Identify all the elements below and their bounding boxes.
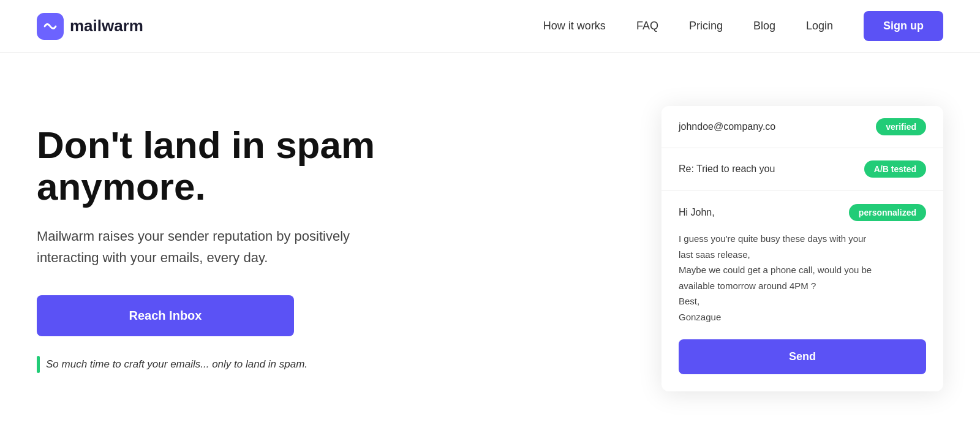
- subject-field-row: Re: Tried to reach you A/B tested: [662, 148, 943, 190]
- italic-note-text: So much time to craft your emails... onl…: [46, 358, 307, 371]
- nav-blog[interactable]: Blog: [753, 20, 775, 32]
- subject-text: Re: Tried to reach you: [679, 164, 775, 175]
- email-greeting-row: Hi John, personnalized: [679, 204, 926, 221]
- italic-note: So much time to craft your emails... onl…: [37, 356, 404, 373]
- reach-inbox-button[interactable]: Reach Inbox: [37, 295, 294, 336]
- verified-badge: verified: [876, 118, 926, 135]
- logo[interactable]: mailwarm: [37, 13, 143, 40]
- email-field-row: johndoe@company.co verified: [662, 106, 943, 148]
- personalised-badge: personnalized: [849, 204, 926, 221]
- email-card: johndoe@company.co verified Re: Tried to…: [662, 106, 943, 391]
- nav-login[interactable]: Login: [806, 20, 833, 32]
- email-body: Hi John, personnalized I guess you're qu…: [662, 190, 943, 391]
- body-line6: Gonzague: [679, 312, 721, 322]
- body-line3: Maybe we could get a phone call, would y…: [679, 265, 872, 275]
- hero-section: Don't land in spam anymore. Mailwarm rai…: [0, 53, 980, 432]
- nav-links: How it works FAQ Pricing Blog Login Sign…: [543, 11, 943, 41]
- signup-button[interactable]: Sign up: [864, 11, 943, 41]
- body-line2: last saas release,: [679, 249, 750, 260]
- navbar: mailwarm How it works FAQ Pricing Blog L…: [0, 0, 980, 53]
- abtested-badge: A/B tested: [864, 160, 926, 178]
- green-bar-icon: [37, 356, 40, 373]
- hero-left: Don't land in spam anymore. Mailwarm rai…: [37, 124, 404, 373]
- hero-headline: Don't land in spam anymore.: [37, 124, 404, 208]
- hero-subtext: Mailwarm raises your sender reputation b…: [37, 225, 404, 268]
- nav-how-it-works[interactable]: How it works: [543, 20, 606, 32]
- body-line1: I guess you're quite busy these days wit…: [679, 233, 866, 244]
- send-button[interactable]: Send: [679, 339, 926, 374]
- nav-faq[interactable]: FAQ: [636, 20, 658, 32]
- greeting-text: Hi John,: [679, 207, 715, 218]
- email-content: I guess you're quite busy these days wit…: [679, 231, 926, 325]
- email-address: johndoe@company.co: [679, 121, 775, 132]
- nav-pricing[interactable]: Pricing: [689, 20, 723, 32]
- body-line4: available tomorrow around 4PM ?: [679, 281, 816, 291]
- logo-icon: [37, 13, 64, 40]
- hero-right: johndoe@company.co verified Re: Tried to…: [662, 106, 943, 391]
- logo-text: mailwarm: [70, 17, 143, 36]
- body-line5: Best,: [679, 296, 699, 306]
